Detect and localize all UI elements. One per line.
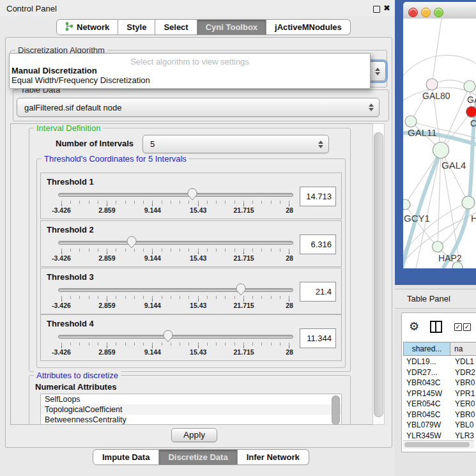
tab-cyni-toolbox[interactable]: Cyni Toolbox — [197, 19, 266, 35]
threshold-3-slider-track[interactable] — [58, 288, 293, 292]
dropdown-item-equal-width-frequency[interactable]: Equal Width/Frequency Discretization — [12, 75, 150, 85]
node-green[interactable] — [464, 81, 475, 92]
threshold-3-value-field[interactable]: 21.4 — [300, 282, 336, 302]
table-horizontal-scrollbar[interactable] — [403, 440, 474, 449]
slider-scale-labels: -3.426 2.859 9.144 15.43 21.715 28 — [61, 254, 289, 263]
threshold-4-label: Threshold 4 — [47, 319, 94, 328]
mac-zoom-icon[interactable] — [434, 8, 443, 17]
checkbox-columns-icon[interactable]: ✓ — [463, 323, 471, 331]
tab-select[interactable]: Select — [155, 19, 197, 35]
tab-discretize-data[interactable]: Discretize Data — [159, 449, 237, 465]
threshold-3-label: Threshold 3 — [47, 272, 94, 282]
slider-scale-labels: -3.426 2.859 9.144 15.43 21.715 28 — [61, 348, 289, 357]
node-label-c: C — [470, 118, 476, 128]
slider-minor-ticks — [61, 296, 289, 299]
table-row[interactable]: YBR043CYBR0 — [403, 378, 476, 388]
table-row[interactable]: YDR27...YDR2 — [403, 367, 476, 378]
threshold-1-slider-track[interactable] — [58, 193, 293, 197]
settings-scrollbar-thumb[interactable] — [374, 132, 383, 417]
close-icon[interactable]: ✖ — [383, 3, 390, 13]
threshold-3-slider-thumb[interactable] — [236, 283, 246, 296]
table-row[interactable]: YER054CYER0 — [403, 399, 476, 410]
mac-minimize-icon[interactable] — [421, 8, 431, 17]
slider-minor-ticks — [61, 201, 289, 204]
numerical-attributes-list[interactable]: SelfLoops TopologicalCoefficient Between… — [40, 394, 342, 425]
node-gcy1[interactable] — [403, 199, 410, 210]
table-row[interactable]: YBL079WYBL0 — [403, 420, 476, 431]
slider-scale-labels: -3.426 2.859 9.144 15.43 21.715 28 — [61, 206, 289, 215]
application-window: Control Panel ✖ Network Style Select C — [0, 0, 476, 476]
table-panel-header: Table Panel — [395, 289, 476, 309]
list-scrollbar[interactable] — [332, 395, 340, 425]
table-data-selected-value: galFiltered.sif default node — [17, 103, 368, 112]
threshold-2-value-field[interactable]: 6.316 — [300, 234, 336, 254]
threshold-1-label: Threshold 1 — [47, 177, 94, 187]
dropdown-hint: Select algorithm to view settings — [10, 57, 370, 66]
split-columns-icon[interactable] — [430, 321, 442, 333]
threshold-2-label: Threshold 2 — [47, 225, 94, 234]
node-label-gcy1: GCY1 — [404, 213, 430, 224]
tab-impute-data[interactable]: Impute Data — [93, 449, 159, 465]
table-column-headers: shared... na — [403, 342, 476, 356]
list-item[interactable]: SelfLoops — [41, 394, 341, 404]
slider-scale-labels: -3.426 2.859 9.144 15.43 21.715 28 — [61, 302, 289, 310]
threshold-row-4: Threshold 4 -3.426 2.859 9.144 15.43 21.… — [40, 314, 342, 361]
threshold-1-value-field[interactable]: 14.713 — [300, 187, 336, 206]
list-item[interactable]: TopologicalCoefficient — [41, 404, 341, 415]
table-panel-title: Table Panel — [407, 294, 450, 303]
node-table-card: ⚙ ✓ ✓ shared... na YDL19...YDL1 YDR27...… — [401, 312, 476, 452]
settings-scroll-area: Interval Definition Number of Intervals … — [10, 123, 373, 425]
checkbox-columns-icon[interactable]: ✓ — [454, 323, 462, 331]
thresholds-group-label: Threshold's Coordinates for 5 Intervals — [42, 155, 189, 163]
table-horizontal-scrollbar-thumb[interactable] — [404, 442, 470, 447]
control-panel-titlebar: Control Panel ✖ — [0, 0, 395, 17]
interval-definition-group-label: Interval Definition — [34, 124, 103, 132]
tab-infer-network[interactable]: Infer Network — [238, 449, 309, 465]
node-red-selected[interactable] — [466, 107, 476, 118]
apply-button[interactable]: Apply — [171, 428, 217, 442]
threshold-4-slider-track[interactable] — [58, 335, 293, 339]
threshold-4-slider-thumb[interactable] — [163, 330, 173, 342]
tab-network[interactable]: Network — [56, 19, 118, 35]
node-gal11[interactable] — [405, 116, 417, 127]
table-row[interactable]: YBR045CYBR0 — [403, 410, 476, 420]
cyni-mode-tabs: Impute Data Discretize Data Infer Networ… — [93, 449, 309, 465]
node-label-gal80: GAL80 — [422, 91, 450, 101]
float-window-icon[interactable] — [373, 6, 380, 13]
column-header-shared-name[interactable]: shared... — [403, 342, 450, 356]
settings-scrollbar[interactable] — [372, 123, 385, 425]
threshold-row-2: Threshold 2 -3.426 2.859 9.144 15.43 21.… — [40, 220, 342, 267]
table-row[interactable]: YDL19...YDL1 — [403, 357, 476, 367]
combo-arrows-icon — [368, 104, 374, 111]
gear-icon[interactable]: ⚙ — [409, 319, 419, 334]
tab-style[interactable]: Style — [118, 19, 155, 35]
dropdown-item-manual-discretization[interactable]: Manual Discretization — [12, 66, 97, 75]
node-label-ga: GA — [467, 95, 476, 105]
threshold-2-slider-track[interactable] — [58, 241, 293, 245]
tab-jactivemnodules[interactable]: jActiveMNodules — [266, 19, 351, 35]
table-row[interactable]: YLR345WYLR3 — [403, 431, 476, 441]
threshold-1-slider-thumb[interactable] — [187, 188, 197, 201]
threshold-row-3: Threshold 3 -3.426 2.859 9.144 15.43 21.… — [40, 268, 342, 314]
number-of-intervals-combobox[interactable]: 5 — [142, 135, 329, 153]
node-gal80[interactable] — [426, 79, 438, 90]
column-header-name[interactable]: na — [450, 342, 476, 356]
node-h[interactable] — [462, 196, 475, 209]
table-row[interactable]: YPR145WYPR1 — [403, 388, 476, 399]
table-data-combobox[interactable]: galFiltered.sif default node — [17, 98, 380, 117]
combo-arrows-icon — [318, 141, 323, 148]
threshold-4-value-field[interactable]: 11.344 — [300, 328, 336, 348]
network-view[interactable]: GAL80 GA C GAL11 GAL4 GCY1 H HAP2 — [403, 19, 476, 268]
control-panel-tabs: Network Style Select Cyni Toolbox jActiv… — [56, 19, 351, 35]
node-hap2[interactable] — [433, 242, 443, 252]
network-window-titlebar[interactable] — [403, 2, 476, 19]
combo-arrows-icon — [374, 68, 380, 75]
node-gal4[interactable] — [433, 142, 449, 158]
slider-minor-ticks — [61, 249, 289, 252]
list-item[interactable]: BetweennessCentrality — [41, 415, 341, 425]
attributes-group-label: Attributes to discretize — [34, 371, 121, 380]
threshold-2-slider-thumb[interactable] — [127, 236, 137, 249]
number-of-intervals-value: 5 — [143, 139, 318, 149]
mac-close-icon[interactable] — [408, 8, 418, 17]
node-label-h: H — [471, 213, 476, 224]
